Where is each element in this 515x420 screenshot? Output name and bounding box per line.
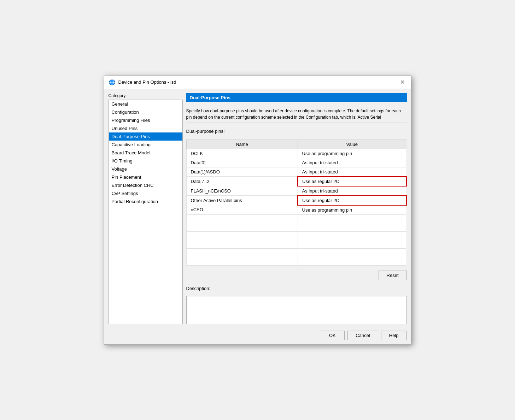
category-label: Category:	[109, 93, 183, 98]
sidebar-item-unused-pins[interactable]: Unused Pins	[109, 124, 182, 132]
cancel-button[interactable]: Cancel	[347, 331, 378, 340]
sidebar-item-voltage[interactable]: Voltage	[109, 165, 182, 173]
table-empty-row	[186, 248, 406, 257]
sidebar-item-io-timing[interactable]: I/O Timing	[109, 157, 182, 165]
section-description: Specify how dual-purpose pins should be …	[186, 106, 407, 123]
col-name: Name	[186, 140, 298, 149]
sidebar-item-pin-placement[interactable]: Pin Placement	[109, 173, 182, 181]
app-icon	[109, 79, 116, 86]
table-empty-row	[186, 214, 406, 223]
sidebar-item-configuration[interactable]: Configuration	[109, 108, 182, 116]
table-row[interactable]: Data[1]/ASDOAs input tri-stated	[186, 167, 406, 177]
title-bar-left: Device and Pin Options - lsd	[109, 79, 176, 86]
pins-table: Name Value DCLKUse as programming pinDat…	[186, 140, 407, 266]
table-row[interactable]: nCEOUse as programming pin	[186, 205, 406, 215]
pins-label: Dual-purpose pins:	[186, 129, 407, 134]
table-row[interactable]: FLASH_nCE/nCSOAs input tri-stated	[186, 186, 406, 196]
bottom-buttons: OK Cancel Help	[104, 329, 411, 344]
table-row[interactable]: DCLKUse as programming pin	[186, 149, 406, 158]
table-empty-row	[186, 240, 406, 248]
sidebar-item-general[interactable]: General	[109, 100, 182, 108]
sidebar-item-dual-purpose-pins[interactable]: Dual-Purpose Pins	[109, 132, 182, 141]
table-row[interactable]: Data[7..2]Use as regular I/O	[186, 177, 406, 186]
sidebar-item-programming-files[interactable]: Programming Files	[109, 116, 182, 124]
sidebar-item-cvp-settings[interactable]: CvP Settings	[109, 189, 182, 197]
sidebar: Category: GeneralConfigurationProgrammin…	[109, 93, 183, 324]
reset-button[interactable]: Reset	[379, 271, 407, 280]
description-label: Description:	[186, 286, 407, 291]
reset-area: Reset	[186, 271, 407, 280]
table-empty-row	[186, 223, 406, 231]
table-empty-row	[186, 257, 406, 265]
help-button[interactable]: Help	[381, 331, 407, 340]
col-value: Value	[298, 140, 406, 149]
table-row[interactable]: Other Active Parallel pinsUse as regular…	[186, 196, 406, 205]
close-button[interactable]: ✕	[398, 79, 407, 86]
sidebar-item-partial-reconfiguration[interactable]: Partial Reconfiguration	[109, 197, 182, 206]
dialog-window: Device and Pin Options - lsd ✕ Category:…	[104, 76, 411, 345]
table-empty-row	[186, 231, 406, 240]
description-box	[186, 296, 407, 324]
table-row[interactable]: Data[0]As input tri-stated	[186, 158, 406, 167]
ok-button[interactable]: OK	[320, 331, 345, 340]
sidebar-item-board-trace-model[interactable]: Board Trace Model	[109, 149, 182, 157]
sidebar-item-error-detection-crc[interactable]: Error Detection CRC	[109, 181, 182, 189]
title-bar: Device and Pin Options - lsd ✕	[104, 76, 411, 89]
sidebar-list: GeneralConfigurationProgramming FilesUnu…	[109, 100, 183, 324]
dialog-body: Category: GeneralConfigurationProgrammin…	[104, 89, 411, 329]
dialog-title: Device and Pin Options - lsd	[118, 79, 176, 85]
main-content: Dual-Purpose Pins Specify how dual-purpo…	[186, 93, 407, 324]
section-header: Dual-Purpose Pins	[186, 93, 407, 102]
sidebar-item-capacitive-loading[interactable]: Capacitive Loading	[109, 141, 182, 149]
